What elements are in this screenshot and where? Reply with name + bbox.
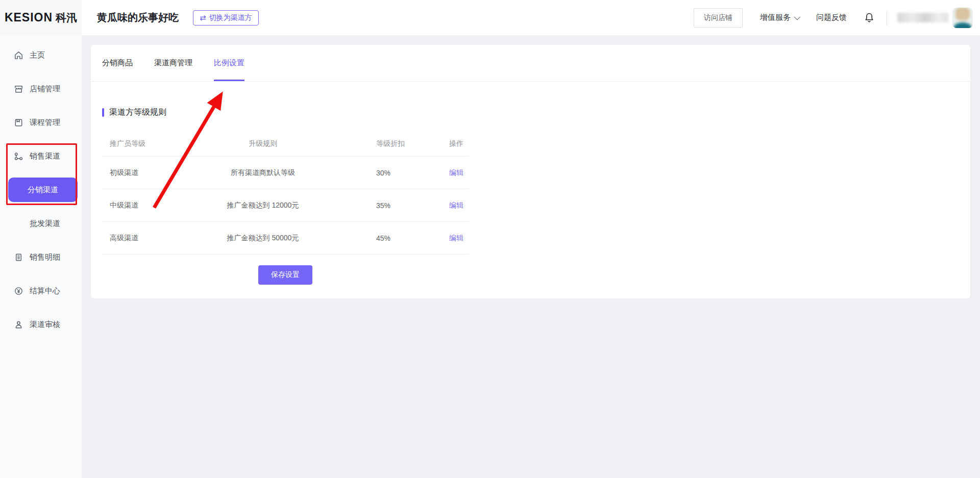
cell-discount: 45% — [334, 234, 436, 242]
sidebar-item-label: 渠道审核 — [30, 320, 60, 330]
section-accent-bar — [102, 108, 104, 117]
sidebar-item-settlement-center[interactable]: 结算中心 — [0, 274, 82, 308]
visit-store-button[interactable]: 访问店铺 — [694, 8, 743, 28]
table-row: 中级渠道 推广金额达到 12000元 35% 编辑 — [102, 189, 469, 222]
edit-link[interactable]: 编辑 — [449, 234, 463, 242]
sidebar-item-course-management[interactable]: 课程管理 — [0, 106, 82, 139]
col-header-level: 推广员等级 — [110, 139, 191, 148]
cell-rule: 推广金额达到 50000元 — [191, 234, 334, 243]
sidebar-item-label: 结算中心 — [30, 286, 60, 296]
sidebar-item-label: 课程管理 — [30, 118, 60, 128]
section-header: 渠道方等级规则 — [102, 107, 970, 118]
edit-link[interactable]: 编辑 — [449, 168, 463, 177]
store-title: 黄瓜味的乐事好吃 — [97, 11, 179, 24]
sidebar-item-label: 销售明细 — [30, 253, 60, 262]
save-settings-button[interactable]: 保存设置 — [258, 265, 312, 285]
switch-to-channel-button[interactable]: ⇄ 切换为渠道方 — [193, 10, 259, 26]
shop-icon — [14, 84, 23, 94]
cell-discount: 30% — [334, 169, 436, 177]
level-rules-table: 推广员等级 升级规则 等级折扣 操作 初级渠道 所有渠道商默认等级 30% 编辑… — [102, 131, 469, 255]
share-nodes-icon — [14, 152, 23, 161]
table-header-row: 推广员等级 升级规则 等级折扣 操作 — [102, 131, 469, 157]
top-header: KESION 科汛 黄瓜味的乐事好吃 ⇄ 切换为渠道方 访问店铺 增值服务 问题… — [0, 0, 980, 36]
tab-channel-merchant-management[interactable]: 渠道商管理 — [154, 45, 192, 81]
cell-rule: 所有渠道商默认等级 — [191, 168, 334, 178]
sidebar-item-distribution-channel: 分销渠道 — [0, 173, 82, 207]
username-blurred — [897, 13, 948, 22]
sidebar-item-distribution-channel-active[interactable]: 分销渠道 — [8, 178, 78, 202]
header-actions: 访问店铺 增值服务 问题反馈 — [694, 8, 980, 28]
document-icon — [14, 253, 23, 262]
sidebar-item-label: 主页 — [30, 51, 45, 60]
course-icon — [14, 118, 23, 128]
value-services-label: 增值服务 — [760, 13, 791, 22]
sidebar-item-shop-management[interactable]: 店铺管理 — [0, 72, 82, 106]
home-icon — [14, 51, 23, 60]
sidebar-nav: 主页 店铺管理 课程管理 销售渠道 分销渠道 批发渠道 销售明细 — [0, 36, 82, 478]
sidebar-item-sales-detail[interactable]: 销售明细 — [0, 240, 82, 274]
cell-level: 高级渠道 — [110, 234, 191, 243]
sidebar-item-home[interactable]: 主页 — [0, 38, 82, 72]
switch-button-label: 切换为渠道方 — [209, 13, 252, 22]
logo-text-cn: 科汛 — [56, 11, 77, 25]
tab-ratio-settings[interactable]: 比例设置 — [214, 45, 244, 81]
col-header-rule: 升级规则 — [191, 139, 334, 148]
content-card: 分销商品 渠道商管理 比例设置 渠道方等级规则 推广员等级 升级规则 等级折扣 … — [91, 45, 970, 298]
feedback-link[interactable]: 问题反馈 — [816, 13, 847, 22]
sidebar-item-channel-review[interactable]: 渠道审核 — [0, 308, 82, 341]
col-header-action: 操作 — [436, 139, 476, 148]
cell-discount: 35% — [334, 202, 436, 210]
table-row: 高级渠道 推广金额达到 50000元 45% 编辑 — [102, 222, 469, 255]
chevron-down-icon — [794, 14, 801, 20]
tab-distribution-products[interactable]: 分销商品 — [102, 45, 133, 81]
cell-level: 初级渠道 — [110, 168, 191, 178]
value-services-menu[interactable]: 增值服务 — [760, 13, 799, 22]
avatar[interactable] — [952, 8, 973, 28]
sidebar-item-label: 分销渠道 — [28, 185, 58, 195]
app-logo: KESION 科汛 — [0, 0, 82, 36]
col-header-discount: 等级折扣 — [334, 139, 436, 148]
logo-text-en: KESION — [5, 11, 53, 24]
sidebar-item-label: 批发渠道 — [30, 219, 60, 229]
edit-link[interactable]: 编辑 — [449, 201, 463, 209]
feedback-label: 问题反馈 — [816, 13, 847, 22]
sidebar-item-label: 店铺管理 — [30, 84, 60, 94]
save-button-row: 保存设置 — [102, 265, 469, 285]
cell-rule: 推广金额达到 12000元 — [191, 201, 334, 210]
sidebar-item-label: 销售渠道 — [30, 152, 60, 161]
header-divider — [887, 10, 887, 26]
avatar-image — [952, 8, 973, 28]
swap-icon: ⇄ — [200, 14, 206, 21]
section-title: 渠道方等级规则 — [109, 107, 166, 118]
cell-level: 中级渠道 — [110, 201, 191, 210]
tab-bar: 分销商品 渠道商管理 比例设置 — [91, 45, 970, 82]
sidebar-item-wholesale-channel[interactable]: 批发渠道 — [0, 207, 82, 240]
notification-bell-button[interactable] — [863, 12, 875, 24]
person-icon — [14, 320, 23, 330]
yuan-circle-icon — [14, 286, 23, 296]
sidebar-item-sales-channel[interactable]: 销售渠道 — [0, 139, 82, 173]
bell-icon — [863, 12, 875, 24]
table-row: 初级渠道 所有渠道商默认等级 30% 编辑 — [102, 157, 469, 189]
